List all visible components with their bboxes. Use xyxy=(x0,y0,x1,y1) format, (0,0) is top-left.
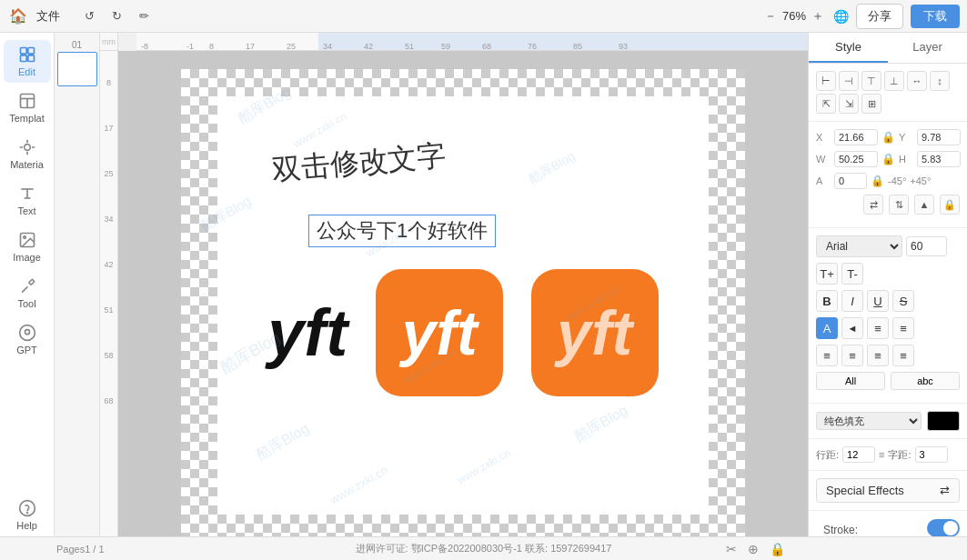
svg-rect-2 xyxy=(20,55,26,62)
lowercase-button[interactable]: abc xyxy=(891,372,960,390)
align-right-button[interactable]: ⊤ xyxy=(861,71,881,91)
rotate-neg-button[interactable]: -45° xyxy=(888,175,906,186)
color-swatch[interactable] xyxy=(927,411,960,431)
a-input[interactable] xyxy=(834,173,867,189)
flip-h-button[interactable]: ⇄ xyxy=(863,195,883,215)
share-button[interactable]: 分享 xyxy=(856,4,903,29)
stroke-toggle[interactable] xyxy=(927,519,960,536)
svg-point-12 xyxy=(23,236,25,239)
yft-orange-box-2[interactable]: yft xyxy=(531,269,659,396)
tool-icon xyxy=(18,277,36,295)
home-icon[interactable]: 🏠 xyxy=(7,5,29,27)
flip-v-button[interactable]: ⇅ xyxy=(889,195,909,215)
template-icon xyxy=(18,92,36,110)
yft-orange-text-1: yft xyxy=(401,297,477,368)
cut-icon[interactable]: ✂ xyxy=(726,542,737,556)
pages-label: Pages1 / 1 xyxy=(56,544,105,555)
thumbnail-item-1[interactable]: 01 双击修改文字 公众号下1个好 yft yft yft xyxy=(57,40,97,86)
thumbnail-preview[interactable]: 双击修改文字 公众号下1个好 yft yft yft xyxy=(57,52,97,86)
canvas-main-text[interactable]: 双击修改文字 xyxy=(270,135,448,191)
canvas[interactable]: 双击修改文字 公众号下1个好软件 yft yft xyxy=(181,69,745,536)
sidebar-item-material[interactable]: Materia xyxy=(4,133,51,175)
group-button[interactable]: ⊞ xyxy=(861,94,881,114)
align-left-button[interactable]: ⊢ xyxy=(816,71,836,91)
bold-button[interactable]: B xyxy=(816,290,838,312)
x-input[interactable] xyxy=(834,129,878,145)
text-size-down-button[interactable]: T- xyxy=(841,263,863,285)
underline-button[interactable]: U xyxy=(867,290,889,312)
sidebar-item-tool-label: Tool xyxy=(17,298,35,309)
sidebar-item-help[interactable]: Help xyxy=(4,494,51,536)
bottom-bar: Pages1 / 1 进网许可证: 鄂ICP备2022008030号-1 联系:… xyxy=(0,536,967,560)
strikethrough-button[interactable]: S xyxy=(892,290,914,312)
sidebar-item-edit-label: Edit xyxy=(18,66,35,77)
font-size-input[interactable] xyxy=(906,236,947,256)
sidebar-item-gpt[interactable]: GPT xyxy=(4,318,51,361)
top-bar-left: 🏠 文件 xyxy=(7,5,60,27)
sidebar-item-edit[interactable]: Edit xyxy=(4,40,51,83)
canvas-area-wrapper: mm -8 -1 8 17 25 34 42 51 59 68 76 85 xyxy=(100,33,808,536)
text-color-button[interactable]: A xyxy=(816,317,838,339)
h-input[interactable] xyxy=(917,151,961,167)
canvas-container[interactable]: 双击修改文字 公众号下1个好软件 yft yft xyxy=(118,51,808,536)
lock-icon-2[interactable]: 🔒 xyxy=(881,153,895,165)
sidebar-item-text-label: Text xyxy=(17,205,35,216)
zoom-in-button[interactable]: ＋ xyxy=(810,8,826,25)
spacing-section: 行距: ≡ 字距: xyxy=(809,439,967,471)
char-spacing-input[interactable] xyxy=(915,446,948,463)
icp-text: 进网许可证: 鄂ICP备2022008030号-1 联系: 1597269941… xyxy=(356,542,612,555)
yft-orange-box-1[interactable]: yft xyxy=(376,269,503,396)
yft-plain[interactable]: yft xyxy=(267,295,348,370)
lock-icon-3[interactable]: 🔒 xyxy=(871,175,884,187)
svg-rect-0 xyxy=(20,48,26,55)
tab-style[interactable]: Style xyxy=(809,33,888,63)
copy-icon[interactable]: ⊕ xyxy=(748,542,759,556)
special-effects-button[interactable]: Special Effects ⇄ xyxy=(816,478,960,503)
lock-icon-1[interactable]: 🔒 xyxy=(881,131,895,144)
pen-button[interactable]: ✏ xyxy=(133,5,155,27)
language-icon[interactable]: 🌐 xyxy=(833,9,849,24)
y-input[interactable] xyxy=(917,129,961,145)
redo-button[interactable]: ↻ xyxy=(106,5,127,27)
italic-button[interactable]: I xyxy=(841,290,863,312)
text-bg-button[interactable]: ◄ xyxy=(841,317,863,339)
align-center-text-button[interactable]: ≡ xyxy=(892,317,914,339)
w-input[interactable] xyxy=(834,151,878,167)
align-right-text-button[interactable]: ≡ xyxy=(816,345,838,366)
align-top-button[interactable]: ⊥ xyxy=(884,71,904,91)
align-top-text-button[interactable]: ≡ xyxy=(867,345,889,366)
fill-type-select[interactable]: 纯色填充 xyxy=(816,412,922,430)
right-panel: Style Layer ⊢ ⊣ ⊤ ⊥ ↔ ↕ ⇱ ⇲ ⊞ X 🔒 Y xyxy=(808,33,967,536)
align-justify-text-button[interactable]: ≡ xyxy=(841,345,863,366)
align-row: ⊢ ⊣ ⊤ ⊥ ↔ ↕ ⇱ ⇲ ⊞ xyxy=(816,71,960,114)
sidebar-item-image[interactable]: Image xyxy=(4,225,51,268)
forward-button[interactable]: ▲ xyxy=(914,195,934,215)
align-bottom-button[interactable]: ↕ xyxy=(930,71,950,91)
text-size-up-button[interactable]: T+ xyxy=(816,263,838,285)
backward-button[interactable]: 🔒 xyxy=(940,195,960,215)
distribute-v-button[interactable]: ⇲ xyxy=(839,94,859,114)
sidebar-item-text[interactable]: Text xyxy=(4,179,51,222)
special-effects-label: Special Effects xyxy=(826,484,904,497)
zoom-control: － 76% ＋ xyxy=(762,8,826,25)
zoom-value: 76% xyxy=(782,9,806,23)
lock-bottom-icon[interactable]: 🔒 xyxy=(770,542,785,556)
canvas-sub-text-selected[interactable]: 公众号下1个好软件 xyxy=(308,215,496,247)
uppercase-button[interactable]: All xyxy=(816,372,885,390)
line-spacing-unit: ≡ xyxy=(879,449,884,460)
undo-button[interactable]: ↺ xyxy=(78,5,100,27)
align-left-text-button[interactable]: ≡ xyxy=(867,317,889,339)
align-center-h-button[interactable]: ⊣ xyxy=(839,71,859,91)
align-center-v-button[interactable]: ↔ xyxy=(907,71,927,91)
distribute-h-button[interactable]: ⇱ xyxy=(816,94,836,114)
sidebar-item-tool[interactable]: Tool xyxy=(4,272,51,315)
font-family-select[interactable]: Arial xyxy=(816,235,902,257)
sidebar-item-template[interactable]: Templat xyxy=(4,86,51,129)
tab-layer[interactable]: Layer xyxy=(888,33,967,63)
rotate-pos-button[interactable]: +45° xyxy=(910,175,931,186)
zoom-out-button[interactable]: － xyxy=(762,8,779,25)
align-bottom-text-button[interactable]: ≡ xyxy=(892,345,914,366)
download-button[interactable]: 下载 xyxy=(911,5,960,28)
line-spacing-input[interactable] xyxy=(842,446,875,463)
text-deco-row: T+ T- xyxy=(816,263,960,285)
